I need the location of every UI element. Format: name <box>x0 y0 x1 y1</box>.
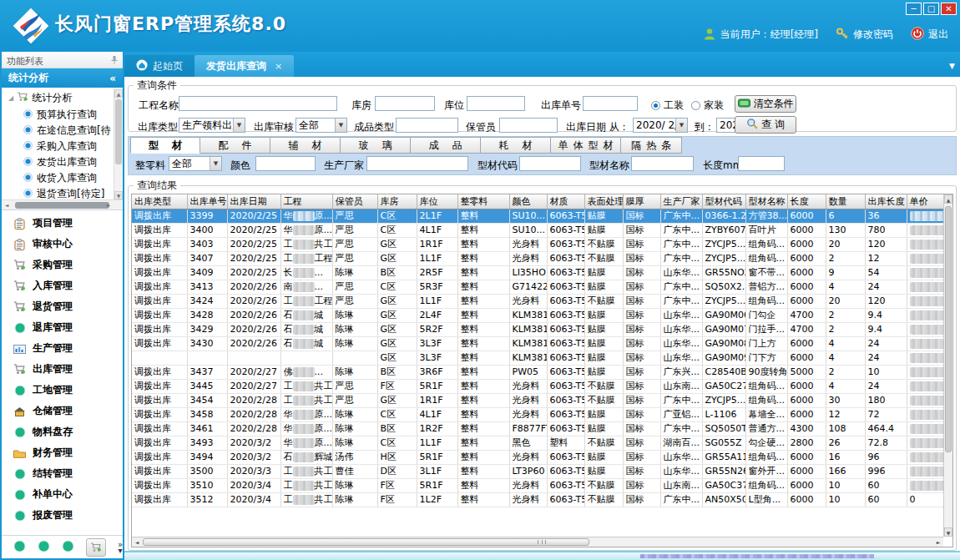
scroll-down-icon[interactable]: ▼ <box>944 527 952 537</box>
out-type-select[interactable]: 生产领料出库▼ <box>179 118 245 133</box>
module-dot-icon[interactable] <box>38 540 50 555</box>
sidebar-item-14[interactable]: 补单中心 <box>2 484 123 505</box>
column-header[interactable]: 保管员 <box>332 194 377 209</box>
tab-home[interactable]: 起始页 <box>124 55 195 77</box>
radio-gongzhuang[interactable]: 工装 <box>651 98 684 113</box>
sidebar-item-4[interactable]: 入库管理 <box>2 275 123 296</box>
product-type-input[interactable] <box>396 118 458 133</box>
sidebar-item-5[interactable]: 退货管理 <box>2 296 123 317</box>
scroll-right-icon[interactable]: ► <box>934 538 942 547</box>
material-tab-4[interactable]: 玻 璃 <box>341 137 411 154</box>
table-row[interactable]: 调拨出库34002020/2/25华原...严思C区4L1F整料SU10...6… <box>132 223 943 237</box>
scroll-up-icon[interactable]: ▲ <box>944 194 952 204</box>
table-row[interactable]: G区3L3F整料KLM38176063-T5贴膜国标山东华...GA90M09.… <box>132 351 943 365</box>
column-header[interactable]: 膜厚 <box>623 194 660 209</box>
scroll-down-icon[interactable]: ▼ <box>114 191 123 199</box>
tab-shipping-out-query[interactable]: 发货出库查询 × <box>195 55 294 77</box>
sidebar-item-10[interactable]: 仓储管理 <box>2 401 123 421</box>
table-row[interactable]: 调拨出库34132020/2/26南...严思C区5R3F整料G71422606… <box>132 280 943 294</box>
tree-item[interactable]: 在途信息查询[待 <box>2 123 123 139</box>
material-tab-1[interactable]: 型 材 <box>130 137 200 154</box>
sidebar-item-12[interactable]: 财务管理 <box>2 442 123 463</box>
profile-name-input[interactable] <box>631 156 694 171</box>
tab-list-dropdown-icon[interactable]: ▼ <box>949 62 955 70</box>
column-header[interactable]: 表面处理 <box>584 194 623 209</box>
audit-select[interactable]: 全部▼ <box>296 118 347 133</box>
scroll-thumb[interactable] <box>15 202 109 209</box>
sidebar-item-2[interactable]: 审核中心 <box>2 234 123 255</box>
table-row[interactable]: 调拨出库35102020/3/4工共工程陈琳F区5R1F整料光身料6063-T5… <box>132 478 943 492</box>
table-row[interactable]: 调拨出库34032020/2/25工共工程严思G区1R1F整料光身料6063-T… <box>132 237 943 251</box>
pin-icon[interactable] <box>111 55 118 67</box>
table-row[interactable]: 调拨出库34242020/2/26工工程严思G区1L1F整料光身料6063-T5… <box>132 294 943 308</box>
minimize-button[interactable]: ─ <box>906 3 922 15</box>
sidebar-item-8[interactable]: 出库管理 <box>2 359 123 380</box>
whole-part-select[interactable]: 全部▼ <box>169 156 222 171</box>
cart-module-button[interactable] <box>86 538 106 557</box>
grid-vertical-scrollbar[interactable]: ▲ ▼ <box>943 194 952 537</box>
tree-root-stats[interactable]: ◢ 统计分析 <box>2 88 123 107</box>
column-header[interactable]: 型材名称 <box>745 194 787 209</box>
manufacturer-input[interactable] <box>366 156 468 171</box>
color-input[interactable] <box>255 156 316 171</box>
section-header-stats[interactable]: 统计分析 « <box>2 68 123 88</box>
column-header[interactable]: 出库类型 <box>132 194 187 209</box>
table-row[interactable]: 调拨出库34582020/2/28华原...陈琳C区4L1F整料光身料6063-… <box>132 407 943 421</box>
project-name-input[interactable] <box>179 96 337 111</box>
table-row[interactable]: 调拨出库34612020/2/28华原...陈琳B区1R2F整料F8877FT6… <box>132 421 943 436</box>
date-from-select[interactable]: 2020/ 2/16▼ <box>633 118 688 133</box>
sidebar-item-13[interactable]: 结转管理 <box>2 463 123 484</box>
table-row[interactable]: 调拨出库34302020/2/26石城陈琳G区3L3F整料KLM38176063… <box>132 336 943 351</box>
table-row[interactable]: 调拨出库35122020/3/4工共工程陈琳F区1L2F整料光身料6063-T5… <box>132 492 943 507</box>
table-row[interactable]: 调拨出库34072020/2/25工工程严思G区1L1F整料光身料6063-T5… <box>132 251 943 265</box>
table-row[interactable]: 调拨出库34292020/2/26石城陈琳G区5R2F整料KLM38176063… <box>132 322 943 336</box>
tree-item[interactable]: 采购入库查询 <box>2 139 123 154</box>
column-header[interactable]: 整零料 <box>457 194 509 209</box>
scroll-up-icon[interactable]: ▲ <box>114 89 123 98</box>
sidebar-item-7[interactable]: 生产管理 <box>2 338 123 359</box>
table-row[interactable]: 调拨出库34282020/2/26石城陈琳G区2L4F整料KLM38176063… <box>132 308 943 322</box>
column-header[interactable]: 数量 <box>826 194 865 209</box>
tree-horizontal-scrollbar[interactable]: ◄ ► <box>2 199 123 209</box>
sidebar-item-11[interactable]: 物料盘存 <box>2 421 123 442</box>
column-header[interactable]: 颜色 <box>509 194 547 209</box>
search-button[interactable]: 查 询 <box>735 116 796 134</box>
profile-code-input[interactable] <box>519 156 581 171</box>
material-tab-7[interactable]: 单体型材 <box>551 137 621 154</box>
sidebar-item-1[interactable]: 项目管理 <box>2 213 123 234</box>
material-tab-3[interactable]: 辅 材 <box>270 137 341 154</box>
scroll-thumb[interactable] <box>143 538 589 546</box>
sidebar-item-3[interactable]: 采购管理 <box>2 255 123 275</box>
change-password-button[interactable]: 修改密码 <box>836 27 893 43</box>
tree-item[interactable]: 收货入库查询 <box>2 170 123 186</box>
maximize-button[interactable]: □ <box>923 3 939 15</box>
material-tab-8[interactable]: 隔热条 <box>621 137 682 154</box>
tree-item[interactable]: 预算执行查询 <box>2 107 123 123</box>
close-button[interactable]: ✕ <box>941 3 957 15</box>
module-dot-icon[interactable] <box>13 540 26 555</box>
location-input[interactable] <box>467 96 525 111</box>
more-modules-chevron[interactable]: »▾ <box>118 542 123 553</box>
column-header[interactable]: 库位 <box>417 194 457 209</box>
tree-expander-icon[interactable]: ◢ <box>8 94 13 102</box>
close-tab-icon[interactable]: × <box>275 61 282 72</box>
column-header[interactable]: 型材代码 <box>702 194 745 209</box>
keeper-input[interactable] <box>499 118 558 133</box>
column-header[interactable]: 长度 <box>787 194 826 209</box>
table-row[interactable]: 调拨出库34452020/2/27工共工程严思F区5R1F整料光身料6063-T… <box>132 379 943 393</box>
column-header[interactable]: 生产厂家 <box>660 194 702 209</box>
scroll-left-icon[interactable]: ◄ <box>133 538 141 547</box>
column-header[interactable]: 材质 <box>547 194 584 209</box>
column-header[interactable]: 出库单号 <box>187 194 227 209</box>
warehouse-input[interactable] <box>375 96 435 111</box>
sidebar-item-15[interactable]: 报废管理 <box>2 505 123 526</box>
column-header[interactable]: 库房 <box>377 194 417 209</box>
column-header[interactable]: 工程 <box>280 194 332 209</box>
logout-button[interactable]: 退出 <box>911 27 948 43</box>
scroll-left-icon[interactable]: ◄ <box>3 201 11 209</box>
material-tab-6[interactable]: 耗 材 <box>481 137 551 154</box>
collapse-icon[interactable]: « <box>109 73 116 84</box>
clear-conditions-button[interactable]: 清空条件 <box>735 95 796 113</box>
column-header[interactable]: 出库长度 <box>865 194 907 209</box>
material-tab-2[interactable]: 配 件 <box>200 137 270 154</box>
